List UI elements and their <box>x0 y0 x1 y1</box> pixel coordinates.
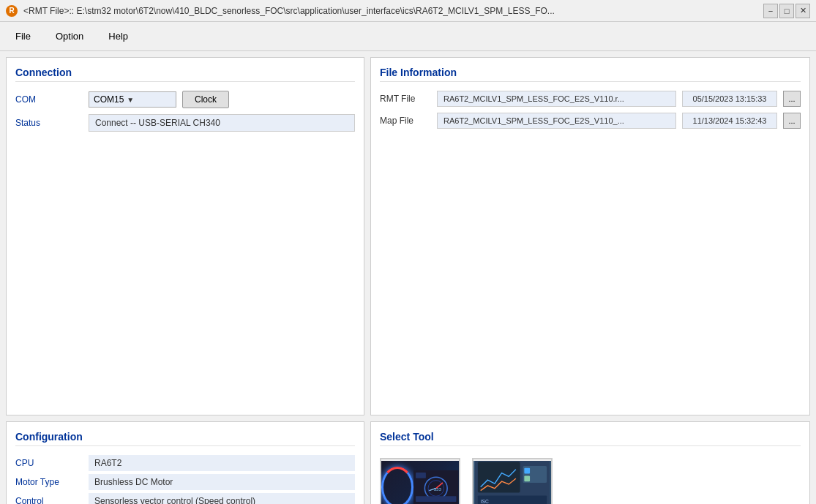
configuration-panel: Configuration CPU RA6T2 Motor Type Brush… <box>6 421 364 504</box>
title-bar-controls: − □ ✕ <box>763 4 810 18</box>
menu-help[interactable]: Help <box>96 26 141 47</box>
svg-rect-11 <box>524 468 530 474</box>
com-select[interactable]: COM15 ▼ <box>89 91 176 108</box>
status-value: Connect -- USB-SERIAL CH340 <box>89 114 355 132</box>
map-date: 11/13/2024 15:32:43 <box>682 113 777 129</box>
menu-bar: File Option Help <box>0 22 816 51</box>
cpu-value: RA6T2 <box>89 455 355 471</box>
easy-thumb-visual: 333 <box>381 461 459 504</box>
motor-type-row: Motor Type Brushless DC Motor <box>15 474 355 490</box>
title-bar-text: <RMT File>:: E:\stm32 motor\6T2\now\410_… <box>23 6 757 16</box>
motor-type-label: Motor Type <box>15 474 89 490</box>
rmt-browse-button[interactable]: ... <box>783 91 801 107</box>
map-file-row: Map File RA6T2_MCILV1_SPM_LESS_FOC_E2S_V… <box>380 113 801 129</box>
cpu-row: CPU RA6T2 <box>15 455 355 471</box>
close-button[interactable]: ✕ <box>796 4 810 18</box>
control-label: Control <box>15 493 89 504</box>
com-dropdown-arrow: ▼ <box>127 96 134 104</box>
analyzer-thumbnail: ISC <box>473 461 551 504</box>
analyzer-thumb-visual: ISC <box>473 461 551 504</box>
status-label: Status <box>15 118 89 128</box>
title-bar: R <RMT File>:: E:\stm32 motor\6T2\now\41… <box>0 0 816 22</box>
select-tool-title: Select Tool <box>380 431 801 446</box>
file-information-panel: File Information RMT File RA6T2_MCILV1_S… <box>370 57 810 415</box>
rmt-path: RA6T2_MCILV1_SPM_LESS_FOC_E2S_V110.r... <box>437 91 676 107</box>
control-row: Control Sensorless vector control (Speed… <box>15 493 355 504</box>
connection-title: Connection <box>15 67 355 82</box>
easy-dashboard-svg: 333 <box>413 465 459 504</box>
svg-text:333: 333 <box>434 486 442 492</box>
select-tool-panel: Select Tool <box>370 421 810 504</box>
map-path: RA6T2_MCILV1_SPM_LESS_FOC_E2S_V110_... <box>437 113 676 129</box>
menu-file[interactable]: File <box>3 26 43 47</box>
main-content: Connection COM COM15 ▼ Clock Status <box>0 51 816 504</box>
com-label: COM <box>15 94 89 105</box>
motor-type-value: Brushless DC Motor <box>89 474 355 490</box>
com-row: COM COM15 ▼ Clock <box>15 91 355 108</box>
map-label: Map File <box>380 116 431 126</box>
easy-tool-button[interactable]: 333 Easy <box>380 458 460 504</box>
analyzer-chart-svg: ISC <box>475 461 550 504</box>
rmt-file-row: RMT File RA6T2_MCILV1_SPM_LESS_FOC_E2S_V… <box>380 91 801 107</box>
top-panels: Connection COM COM15 ▼ Clock Status <box>6 57 810 504</box>
svg-rect-7 <box>416 496 457 502</box>
svg-rect-12 <box>524 475 530 481</box>
easy-thumbnail: 333 <box>381 461 459 504</box>
tool-buttons: 333 Easy <box>380 455 801 504</box>
com-select-wrapper: COM15 ▼ Clock <box>89 91 355 108</box>
analyzer-tool-button[interactable]: ISC Analyzer <box>472 458 553 504</box>
rmt-date: 05/15/2023 13:15:33 <box>682 91 777 107</box>
svg-rect-6 <box>416 473 427 478</box>
map-browse-button[interactable]: ... <box>783 113 801 129</box>
connection-panel: Connection COM COM15 ▼ Clock Status <box>6 57 364 415</box>
control-value: Sensorless vector control (Speed control… <box>89 493 355 504</box>
status-row: Status Connect -- USB-SERIAL CH340 <box>15 114 355 132</box>
file-info-title: File Information <box>380 67 801 82</box>
maximize-button[interactable]: □ <box>779 4 794 18</box>
rmt-label: RMT File <box>380 94 431 104</box>
app-icon: R <box>6 5 18 17</box>
minimize-button[interactable]: − <box>763 4 778 18</box>
cpu-label: CPU <box>15 455 89 471</box>
clock-button[interactable]: Clock <box>182 91 229 108</box>
svg-text:ISC: ISC <box>481 499 489 504</box>
configuration-title: Configuration <box>15 431 355 446</box>
menu-option[interactable]: Option <box>43 26 96 47</box>
